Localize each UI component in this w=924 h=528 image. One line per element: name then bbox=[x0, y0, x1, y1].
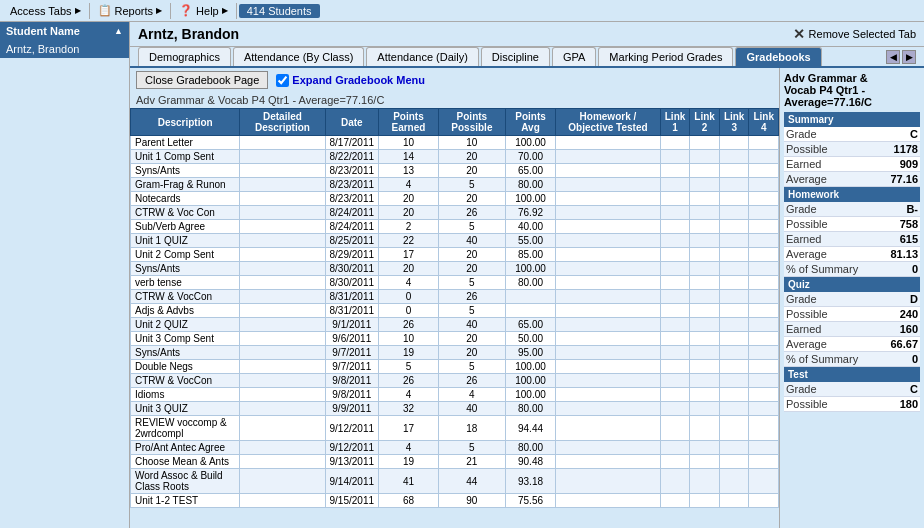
reports-arrow: ▶ bbox=[156, 6, 162, 15]
expand-menu-toggle[interactable]: Expand Gradebook Menu bbox=[276, 74, 425, 87]
row-earned: 17 bbox=[379, 416, 439, 441]
summary-section-header: Summary bbox=[784, 112, 920, 127]
row-link3 bbox=[719, 402, 749, 416]
row-link3 bbox=[719, 248, 749, 262]
row-link3 bbox=[719, 262, 749, 276]
row-link4 bbox=[749, 455, 779, 469]
table-row: Double Negs 9/7/2011 5 5 100.00 bbox=[131, 360, 779, 374]
expand-menu-checkbox[interactable] bbox=[276, 74, 289, 87]
row-earned: 19 bbox=[379, 455, 439, 469]
row-earned: 4 bbox=[379, 388, 439, 402]
row-link3 bbox=[719, 150, 749, 164]
row-link1 bbox=[660, 150, 690, 164]
row-possible: 4 bbox=[438, 388, 505, 402]
row-link4 bbox=[749, 276, 779, 290]
row-link3 bbox=[719, 192, 749, 206]
access-tabs-arrow: ▶ bbox=[75, 6, 81, 15]
row-detail bbox=[240, 346, 325, 360]
row-hw bbox=[556, 360, 661, 374]
tab-attendance-class[interactable]: Attendance (By Class) bbox=[233, 47, 364, 66]
tab-gradebooks[interactable]: Gradebooks bbox=[735, 47, 821, 66]
row-link1 bbox=[660, 469, 690, 494]
row-link3 bbox=[719, 136, 749, 150]
row-hw bbox=[556, 206, 661, 220]
row-detail bbox=[240, 360, 325, 374]
row-possible: 90 bbox=[438, 494, 505, 508]
row-link4 bbox=[749, 346, 779, 360]
row-link2 bbox=[690, 304, 720, 318]
table-row: Adjs & Advbs 8/31/2011 0 5 bbox=[131, 304, 779, 318]
row-possible: 20 bbox=[438, 150, 505, 164]
remove-tab-label: Remove Selected Tab bbox=[809, 28, 916, 40]
row-detail bbox=[240, 416, 325, 441]
row-link2 bbox=[690, 318, 720, 332]
row-link3 bbox=[719, 374, 749, 388]
table-row: Pro/Ant Antec Agree 9/12/2011 4 5 80.00 bbox=[131, 441, 779, 455]
row-desc: Unit 2 Comp Sent bbox=[131, 248, 240, 262]
row-link2 bbox=[690, 206, 720, 220]
row-avg: 55.00 bbox=[505, 234, 555, 248]
row-possible: 5 bbox=[438, 276, 505, 290]
row-desc: CTRW & Voc Con bbox=[131, 206, 240, 220]
gradebook-table-wrap[interactable]: Description Detailed Description Date Po… bbox=[130, 108, 779, 528]
row-link4 bbox=[749, 220, 779, 234]
tab-gpa[interactable]: GPA bbox=[552, 47, 596, 66]
tab-marking-period[interactable]: Marking Period Grades bbox=[598, 47, 733, 66]
row-avg: 76.92 bbox=[505, 206, 555, 220]
row-link1 bbox=[660, 178, 690, 192]
row-link1 bbox=[660, 332, 690, 346]
row-link1 bbox=[660, 192, 690, 206]
quiz-row-average: Average 66.67 bbox=[784, 337, 920, 352]
row-desc: Notecards bbox=[131, 192, 240, 206]
help-btn[interactable]: ❓ Help ▶ bbox=[173, 3, 234, 18]
row-desc: verb tense bbox=[131, 276, 240, 290]
row-avg: 100.00 bbox=[505, 136, 555, 150]
row-hw bbox=[556, 332, 661, 346]
row-avg: 75.56 bbox=[505, 494, 555, 508]
row-detail bbox=[240, 374, 325, 388]
close-gradebook-btn[interactable]: Close Gradebook Page bbox=[136, 71, 268, 89]
sidebar-scroll-up[interactable]: ▲ bbox=[114, 26, 123, 36]
row-desc: Unit 3 QUIZ bbox=[131, 402, 240, 416]
row-earned: 10 bbox=[379, 136, 439, 150]
row-link3 bbox=[719, 276, 749, 290]
row-avg: 100.00 bbox=[505, 374, 555, 388]
row-hw bbox=[556, 494, 661, 508]
row-detail bbox=[240, 220, 325, 234]
row-earned: 14 bbox=[379, 150, 439, 164]
student-item-arntz[interactable]: Arntz, Brandon bbox=[0, 40, 129, 58]
reports-btn[interactable]: 📋 Reports ▶ bbox=[92, 3, 169, 18]
row-link4 bbox=[749, 469, 779, 494]
row-desc: Double Negs bbox=[131, 360, 240, 374]
row-desc: Unit 3 Comp Sent bbox=[131, 332, 240, 346]
quiz-section-header: Quiz bbox=[784, 277, 920, 292]
tab-bar: Demographics Attendance (By Class) Atten… bbox=[130, 47, 924, 68]
col-link2: Link 2 bbox=[690, 109, 720, 136]
tab-discipline[interactable]: Discipline bbox=[481, 47, 550, 66]
row-link2 bbox=[690, 220, 720, 234]
row-earned: 4 bbox=[379, 178, 439, 192]
access-tabs-btn[interactable]: Access Tabs ▶ bbox=[4, 4, 87, 18]
tab-demographics[interactable]: Demographics bbox=[138, 47, 231, 66]
tab-attendance-daily[interactable]: Attendance (Daily) bbox=[366, 47, 479, 66]
row-hw bbox=[556, 374, 661, 388]
row-date: 9/12/2011 bbox=[325, 441, 379, 455]
row-desc: Word Assoc & Build Class Roots bbox=[131, 469, 240, 494]
remove-tab-btn[interactable]: ✕ Remove Selected Tab bbox=[793, 26, 916, 42]
row-avg: 80.00 bbox=[505, 402, 555, 416]
tab-nav-left[interactable]: ◀ bbox=[886, 50, 900, 64]
row-link2 bbox=[690, 374, 720, 388]
reports-icon: 📋 bbox=[98, 4, 112, 17]
row-possible: 44 bbox=[438, 469, 505, 494]
row-link2 bbox=[690, 416, 720, 441]
row-date: 9/15/2011 bbox=[325, 494, 379, 508]
table-row: Syns/Ants 9/7/2011 19 20 95.00 bbox=[131, 346, 779, 360]
row-detail bbox=[240, 276, 325, 290]
row-earned: 32 bbox=[379, 402, 439, 416]
row-date: 9/7/2011 bbox=[325, 346, 379, 360]
tab-nav-right[interactable]: ▶ bbox=[902, 50, 916, 64]
row-link1 bbox=[660, 455, 690, 469]
row-detail bbox=[240, 388, 325, 402]
row-link4 bbox=[749, 494, 779, 508]
row-avg: 70.00 bbox=[505, 150, 555, 164]
